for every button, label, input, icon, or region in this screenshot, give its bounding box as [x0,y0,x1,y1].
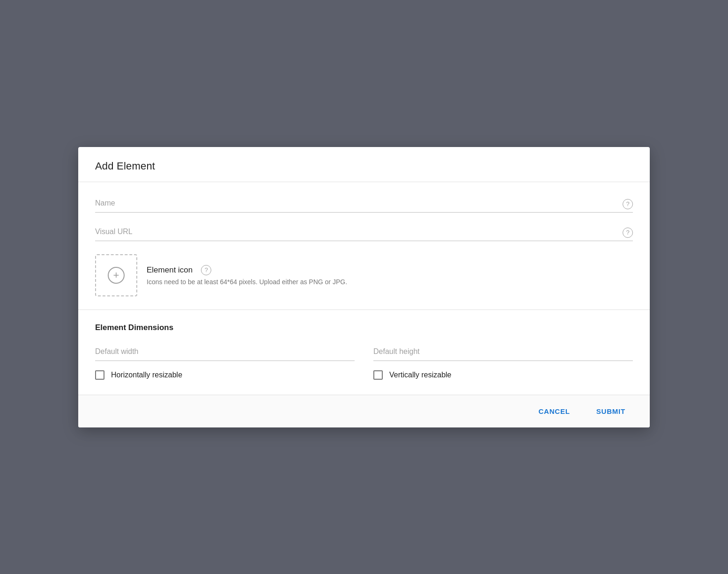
height-field [373,346,633,361]
icon-upload-description: Icons need to be at least 64*64 pixels. … [147,278,347,286]
icon-upload-box[interactable]: + [95,254,137,296]
default-height-input[interactable] [373,346,633,358]
name-help-icon[interactable]: ? [623,199,633,209]
element-icon-label: Element icon [147,265,193,275]
v-resizable-row: Vertically resizable [373,370,633,380]
v-resizable-label: Vertically resizable [389,371,452,379]
default-width-input[interactable] [95,346,355,358]
h-resizable-checkbox[interactable] [95,370,104,380]
dimensions-section: Element Dimensions Horizontally resizabl… [78,310,650,395]
visual-url-input[interactable] [95,226,618,238]
width-field [95,346,355,361]
icon-help-icon[interactable]: ? [201,265,211,275]
dialog-footer: CANCEL SUBMIT [78,395,650,427]
height-column: Vertically resizable [373,346,633,380]
icon-upload-title-row: Element icon ? [147,265,347,275]
width-column: Horizontally resizable [95,346,355,380]
name-input[interactable] [95,197,618,209]
visual-url-help-icon[interactable]: ? [623,228,633,238]
h-resizable-label: Horizontally resizable [111,371,182,379]
dimensions-grid: Horizontally resizable Vertically resiza… [95,346,633,380]
h-resizable-row: Horizontally resizable [95,370,355,380]
v-resizable-checkbox[interactable] [373,370,383,380]
name-field-row: ? [95,197,633,213]
dialog-header: Add Element [78,147,650,182]
icon-upload-info: Element icon ? Icons need to be at least… [147,265,347,286]
dialog-title: Add Element [95,160,633,172]
submit-button[interactable]: SUBMIT [589,403,633,420]
dimensions-section-title: Element Dimensions [95,323,633,332]
cancel-button[interactable]: CANCEL [531,403,577,420]
icon-upload-plus-icon: + [108,267,125,284]
dialog-overlay: Add Element ? ? + [0,0,728,574]
element-icon-row: + Element icon ? Icons need to be at lea… [95,254,633,296]
visual-url-field-row: ? [95,226,633,241]
add-element-dialog: Add Element ? ? + [78,147,650,427]
dialog-body: ? ? + Element icon [78,182,650,310]
